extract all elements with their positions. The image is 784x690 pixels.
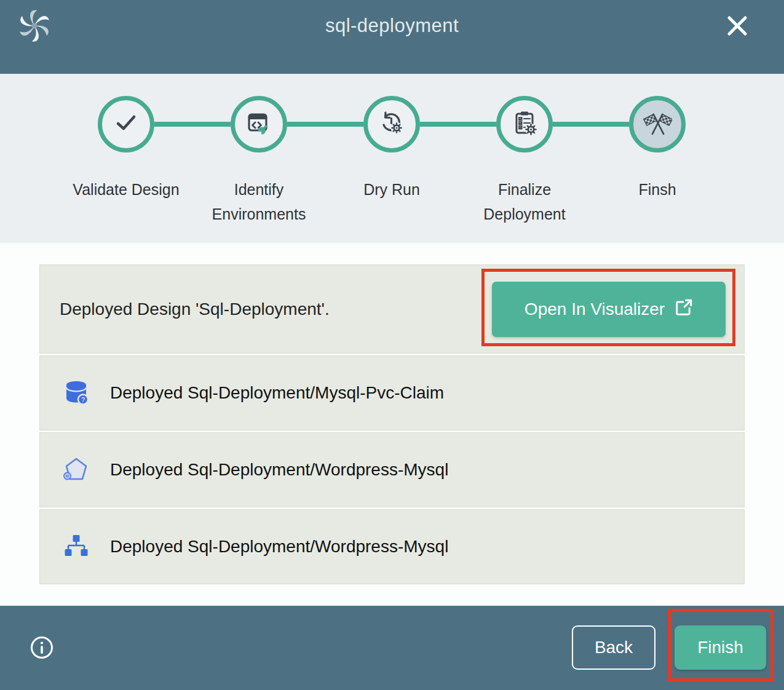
step-label: Dry Run	[325, 177, 458, 202]
step-circle	[231, 96, 287, 153]
step-finalize-deployment[interactable]: Finalize Deployment	[458, 74, 591, 226]
summary-text: Deployed Design 'Sql-Deployment'.	[60, 299, 330, 319]
result-text: Deployed Sql-Deployment/Mysql-Pvc-Claim	[110, 383, 444, 403]
step-circle	[496, 96, 553, 153]
step-identify-environments[interactable]: Identify Environments	[192, 74, 325, 226]
checkered-flags-icon	[643, 108, 672, 140]
close-icon[interactable]	[725, 14, 750, 38]
code-wrench-icon	[245, 109, 272, 139]
step-circle	[629, 96, 686, 153]
dialog-header: sql-deployment	[0, 0, 784, 74]
info-icon[interactable]	[30, 635, 54, 660]
dry-run-history-gear-icon	[378, 109, 405, 139]
svg-text:?: ?	[81, 396, 85, 403]
step-circle	[98, 96, 154, 153]
step-dry-run[interactable]: Dry Run	[325, 74, 458, 202]
wizard-stepper: Validate Design Ident	[0, 74, 784, 243]
external-link-icon	[675, 298, 693, 321]
step-finish[interactable]: Finsh	[591, 74, 724, 202]
result-row-wordpress-mysql-topology: Deployed Sql-Deployment/Wordpress-Mysql	[39, 509, 745, 584]
open-in-visualizer-label: Open In Visualizer	[525, 299, 665, 319]
clipboard-gear-icon	[511, 109, 538, 139]
dialog-footer	[0, 606, 784, 690]
result-row-wordpress-mysql-service: Deployed Sql-Deployment/Wordpress-Mysql	[39, 432, 745, 507]
step-label: Finalize Deployment	[458, 177, 591, 226]
deployment-wizard-dialog: sql-deployment Validate Design	[0, 0, 784, 690]
result-row-mysql-pvc-claim: ? Deployed Sql-Deployment/Mysql-Pvc-Clai…	[39, 355, 745, 430]
finish-button[interactable]: Finish	[675, 625, 766, 670]
check-icon	[113, 109, 140, 139]
dialog-title: sql-deployment	[0, 15, 784, 37]
step-validate-design[interactable]: Validate Design	[60, 74, 192, 202]
back-button[interactable]: Back	[572, 625, 655, 670]
step-label: Finsh	[591, 177, 724, 202]
result-text: Deployed Sql-Deployment/Wordpress-Mysql	[110, 460, 448, 480]
step-label: Validate Design	[60, 177, 192, 202]
open-in-visualizer-button[interactable]: Open In Visualizer	[492, 282, 726, 337]
database-icon: ?	[62, 379, 90, 407]
topology-icon	[62, 533, 90, 561]
service-pentagon-icon	[62, 456, 90, 484]
step-label: Identify Environments	[192, 177, 325, 226]
result-text: Deployed Sql-Deployment/Wordpress-Mysql	[110, 537, 448, 557]
step-circle	[363, 96, 420, 153]
